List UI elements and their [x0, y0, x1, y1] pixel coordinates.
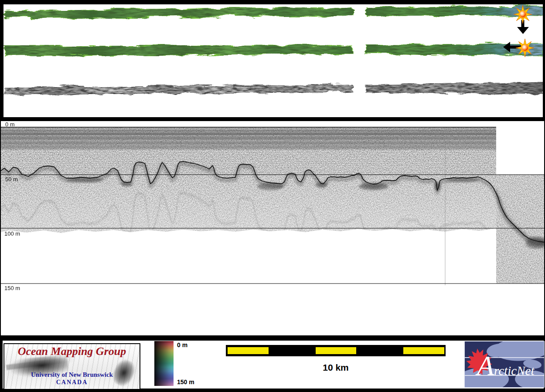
subbottom-profiler-panel: 0 m 50 m 100 m 150 m: [1, 121, 544, 335]
depth-label-150m: 150 m: [4, 285, 20, 291]
arcticnet-initial: A: [477, 350, 494, 381]
arcticnet-rest: rcticNet: [494, 364, 534, 378]
arcticnet-wordmark: ArcticNet: [477, 344, 543, 388]
seismic-noise-texture: [1, 128, 496, 290]
swath-overview-panel: [3, 4, 543, 117]
swath-overview-canvas: [3, 4, 543, 117]
depth-label-50m: 50 m: [5, 176, 18, 182]
scale-bar-label: 10 km: [226, 362, 446, 373]
scale-bar-segment: [358, 345, 402, 356]
colorbar-bottom-label: 150 m: [177, 378, 194, 385]
depth-label-0m: 0 m: [5, 121, 15, 128]
omg-subtitle: University of New Brunswick: [4, 371, 140, 378]
depth-colorbar: [154, 341, 174, 386]
arcticnet-logo: ArcticNet: [464, 341, 545, 388]
depth-label-100m: 100 m: [4, 230, 20, 237]
omg-country: CANADA: [4, 379, 140, 386]
multibeam-swath-line-2: [3, 42, 543, 55]
impact-starburst-icon: [516, 39, 534, 57]
ocean-mapping-group-logo: Ocean Mapping Group University of New Br…: [3, 343, 140, 390]
colorbar-top-label: 0 m: [177, 341, 187, 348]
scale-bar-segment: [226, 345, 270, 356]
omg-title: Ocean Mapping Group: [4, 345, 140, 358]
legend-footer-panel: Ocean Mapping Group University of New Br…: [3, 341, 544, 389]
scale-bar-segment: [402, 345, 446, 356]
scale-bar-segment: [314, 345, 358, 356]
scale-bar-segment: [270, 345, 314, 356]
seismic-data-left-segment: [1, 128, 496, 290]
seismic-section-canvas: 0 m 50 m 100 m 150 m: [1, 121, 544, 335]
sidescan-swath-line: [3, 81, 543, 94]
seismic-noise-texture: [496, 175, 544, 284]
impact-starburst-icon: [514, 5, 532, 24]
multibeam-swath-line-1: [3, 5, 543, 17]
scale-bar: [226, 345, 446, 356]
